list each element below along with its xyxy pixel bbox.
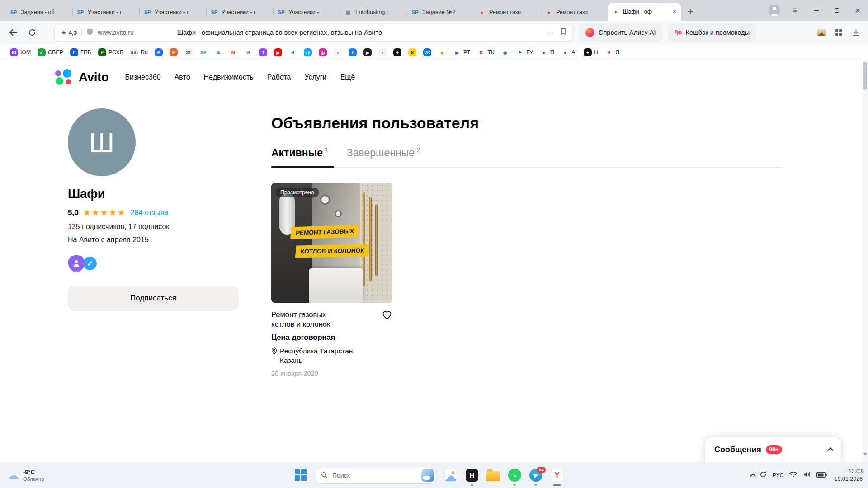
bookmark-item[interactable]: R (286, 47, 300, 58)
volume-icon[interactable] (803, 471, 811, 479)
bookmark-item[interactable]: G (241, 47, 255, 58)
profile-avatar-button[interactable] (764, 0, 785, 21)
bookmark-item[interactable]: т (376, 47, 389, 58)
listing-title-link[interactable]: Ремонт газовых котлов и колонок (271, 310, 348, 330)
bookmark-item[interactable]: ● П (537, 47, 557, 58)
refresh-button[interactable] (25, 26, 39, 39)
bookmark-item[interactable]: P (152, 47, 165, 58)
listings-heading: Объявления пользователя (271, 114, 783, 132)
nav-link[interactable]: Недвижимость (204, 73, 254, 81)
tab-favicon-icon: SP (278, 9, 285, 16)
browser-tab[interactable]: SP Участники - г (139, 4, 206, 21)
keyboard-language[interactable]: РУС (772, 472, 783, 479)
taskbar-search[interactable]: Поиск (314, 467, 437, 484)
bookmark-item[interactable]: ⚑ ГУ (513, 47, 536, 58)
taskbar-app-photos[interactable] (443, 468, 458, 483)
cashback-button[interactable]: % Кешбэк и промокоды (668, 23, 756, 42)
bookmark-item[interactable]: ● AI (558, 47, 580, 58)
bookmark-item[interactable]: ◉ (498, 47, 512, 58)
bookmark-item[interactable]: SP (197, 47, 210, 58)
tab-finished-listings[interactable]: Завершенные2 (347, 146, 420, 167)
taskbar-app-telegram[interactable]: 54 (528, 468, 543, 483)
bookmark-item[interactable]: Г ГПБ (67, 47, 94, 58)
bookmark-item[interactable]: T (256, 47, 270, 58)
bookmark-item[interactable]: ♪ (331, 47, 344, 58)
bookmark-item[interactable]: VK (420, 47, 434, 58)
subscribe-button[interactable]: Подписаться (68, 286, 239, 311)
start-button[interactable] (293, 468, 308, 483)
scroll-down-arrow-icon[interactable] (863, 453, 867, 455)
bookmark-item[interactable]: ▶ РТ (450, 47, 473, 58)
bookmark-item[interactable]: @ (301, 47, 315, 58)
nav-link[interactable]: Авто (175, 73, 190, 81)
downloads-button[interactable] (850, 27, 862, 38)
bookmark-item[interactable]: Ю ЮМ (7, 47, 33, 58)
taskbar-app-explorer[interactable] (486, 468, 501, 483)
bookmark-flag-icon[interactable] (560, 28, 566, 37)
taskbar-app-whatsapp[interactable] (507, 468, 522, 483)
bookmark-item[interactable]: ▶ (271, 47, 285, 58)
scrollbar-thumb[interactable] (863, 62, 867, 90)
nav-link[interactable]: Бизнес360 (125, 73, 160, 81)
browser-tab[interactable]: ▣ Fotohosting.г (340, 4, 407, 21)
taskbar-weather-widget[interactable]: ☁ -9°C Облачно (7, 462, 44, 488)
bookmark-item[interactable]: M (226, 47, 240, 58)
sync-icon[interactable] (760, 471, 767, 480)
address-more-icon[interactable]: ⋯ (546, 28, 554, 38)
bookmark-item[interactable]: + (391, 47, 404, 58)
bookmark-item[interactable]: С ТК (474, 47, 497, 58)
browser-tab[interactable]: SP Задание №2 (407, 4, 474, 21)
browser-tab[interactable]: SP Участники - г (206, 4, 273, 21)
browser-tab[interactable]: ● Ремонт газо (541, 4, 608, 21)
battery-icon[interactable] (816, 471, 827, 479)
browser-tab[interactable]: SP Задания - об (5, 4, 72, 21)
favorite-heart-icon[interactable] (382, 310, 392, 330)
tray-chevron-up-icon[interactable] (750, 473, 756, 479)
nav-link[interactable]: Услуги (304, 73, 326, 81)
nav-link[interactable]: Работа (267, 73, 291, 81)
tab-close-icon[interactable]: × (672, 8, 676, 15)
taskbar-app-yandex-browser[interactable]: Y (549, 468, 565, 483)
avito-logo[interactable]: Avito (55, 69, 108, 85)
bookmark-item[interactable]: ibb Ru (127, 47, 151, 58)
minimize-button[interactable] (806, 0, 826, 21)
bookmark-item[interactable]: ◆ (435, 47, 449, 58)
new-tab-button[interactable]: + (683, 4, 698, 19)
browser-tab-active[interactable]: ● Шафи - оф × (608, 3, 681, 21)
bookmark-item[interactable]: Р РСХБ (95, 47, 126, 58)
ask-alice-button[interactable]: Спросить Алису AI (579, 23, 663, 42)
bookmark-item[interactable]: ЗГ (182, 47, 195, 58)
bookmark-item[interactable]: + Н (581, 47, 601, 58)
bookmark-item[interactable]: ◎ (316, 47, 330, 58)
taskbar-app-h[interactable]: H (464, 468, 480, 483)
bookmark-item[interactable]: 8 (406, 47, 419, 58)
tab-active-listings[interactable]: Активные1 (271, 146, 329, 167)
browser-tab[interactable]: SP Участники - г (72, 4, 139, 21)
bookmark-item[interactable]: Я Я (602, 47, 622, 58)
bookmark-item[interactable]: f (346, 47, 359, 58)
messenger-widget[interactable]: Сообщения 99+ (705, 437, 841, 462)
wifi-icon[interactable] (789, 471, 797, 479)
chevron-up-icon[interactable] (827, 447, 834, 454)
browser-tab[interactable]: ● Ремонт газо (474, 4, 541, 21)
bookmark-item[interactable]: ✓ СБЕР (35, 47, 66, 58)
close-window-button[interactable]: × (847, 0, 868, 21)
extensions-button[interactable] (833, 27, 844, 38)
nav-link[interactable]: Ещё (340, 73, 355, 81)
screenshot-tool-button[interactable] (816, 27, 827, 38)
address-bar[interactable]: ★ 4,3 www.avito.ru Шафи - официальная ст… (54, 24, 573, 41)
listing-photo[interactable]: Просмотрено РЕМОНТ ГАЗОВЫХ КОТЛОВ И КОЛО… (271, 183, 392, 303)
shield-icon[interactable] (86, 28, 93, 38)
back-button[interactable] (6, 26, 20, 39)
site-rating[interactable]: ★ 4,3 (61, 29, 77, 36)
bookmark-favicon-icon: Я (605, 48, 613, 56)
taskbar-clock[interactable]: 13:03 19.01.2026 (834, 468, 863, 483)
reviews-link[interactable]: 284 отзыва (131, 209, 168, 217)
bookmark-item[interactable]: ✉ (212, 47, 225, 58)
bookmark-item[interactable]: F (167, 47, 180, 58)
page-scrollbar[interactable] (862, 61, 868, 462)
restore-button[interactable] (826, 0, 847, 21)
browser-menu-button[interactable]: ≡ (785, 0, 806, 21)
browser-tab[interactable]: SP Участники - г (273, 4, 340, 21)
bookmark-item[interactable]: ▶ (361, 47, 374, 58)
